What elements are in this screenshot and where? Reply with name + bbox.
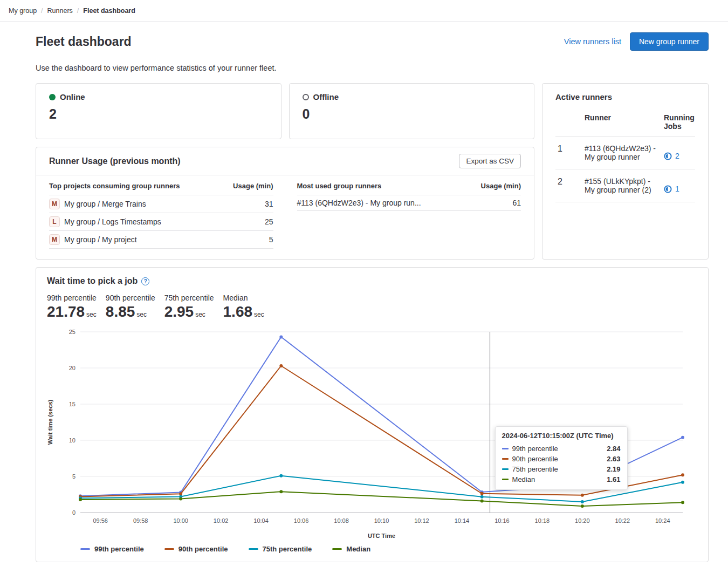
most-used-rows: #113 (6QHdzW2e3) - My group run...61 xyxy=(297,195,521,211)
active-runners-title: Active runners xyxy=(555,92,695,101)
legend-item[interactable]: 75th percentile xyxy=(249,545,312,553)
stat-value: 8.85sec xyxy=(106,303,155,323)
page-header: Fleet dashboard View runners list New gr… xyxy=(36,32,709,51)
legend-item[interactable]: 99th percentile xyxy=(80,545,144,553)
runner-index: 2 xyxy=(555,177,572,187)
dashboard-grid: Online 2 Offline 0 Runner Usage (previou… xyxy=(36,83,709,260)
active-runner-row: 1#113 (6QHdzW2e3) - My group runner2 xyxy=(555,137,695,169)
page-title: Fleet dashboard xyxy=(36,34,132,49)
project-avatar: L xyxy=(49,216,60,227)
stat-label: Median xyxy=(223,294,264,302)
wait-time-title: Wait time to pick a job xyxy=(47,276,138,286)
svg-text:Wait time (secs): Wait time (secs) xyxy=(47,399,53,445)
chart-legend: 99th percentile90th percentile75th perce… xyxy=(80,545,697,553)
series-name: 90th percentile xyxy=(512,455,558,463)
breadcrumb-item-2[interactable]: Runners xyxy=(47,7,73,15)
tooltip-rows: 99th percentile2.8490th percentile2.6375… xyxy=(502,444,621,485)
breadcrumb-item-1[interactable]: My group xyxy=(9,7,37,15)
most-used-runners-table-head: Most used group runners Usage (min) xyxy=(297,175,521,195)
svg-text:25: 25 xyxy=(69,329,75,335)
wait-time-stats: 99th percentile21.78sec90th percentile8.… xyxy=(47,294,697,323)
running-jobs-col-header: Running Jobs xyxy=(664,113,695,131)
svg-text:10:02: 10:02 xyxy=(214,517,229,524)
series-marker xyxy=(502,448,509,449)
stat-label: 90th percentile xyxy=(106,294,155,302)
stat-unit: sec xyxy=(86,311,97,318)
dashboard-left-column: Online 2 Offline 0 Runner Usage (previou… xyxy=(36,83,534,260)
legend-label: Median xyxy=(346,545,370,553)
view-runners-list-link[interactable]: View runners list xyxy=(564,37,621,46)
online-label: Online xyxy=(60,92,85,101)
stat-label: 75th percentile xyxy=(164,294,214,302)
project-name-cell: MMy group / Merge Trains xyxy=(49,199,146,209)
main-content: Fleet dashboard View runners list New gr… xyxy=(0,22,728,566)
running-jobs-count[interactable]: 1 xyxy=(675,185,679,193)
projects-usage-col-header: Usage (min) xyxy=(233,182,273,190)
stat-value: 21.78sec xyxy=(47,303,97,323)
top-projects-table: Top projects consuming group runners Usa… xyxy=(49,175,273,249)
active-runners-rows: 1#113 (6QHdzW2e3) - My group runner22#15… xyxy=(555,137,695,202)
top-projects-col-header: Top projects consuming group runners xyxy=(49,182,180,190)
chart-tooltip: 2024-06-12T10:15:00Z (UTC Time) 99th per… xyxy=(495,426,628,490)
svg-text:20: 20 xyxy=(69,365,75,371)
index-col-header xyxy=(555,113,572,131)
series-value: 2.84 xyxy=(607,445,620,453)
project-usage-row: MMy group / Merge Trains31 xyxy=(49,195,273,213)
project-usage-row: LMy group / Logs Timestamps25 xyxy=(49,213,273,231)
offline-runners-card: Offline 0 xyxy=(289,83,535,139)
stat-unit: sec xyxy=(136,311,147,318)
project-name: My group / Logs Timestamps xyxy=(64,217,161,226)
stat-value: 1.68sec xyxy=(223,303,264,323)
series-value: 2.63 xyxy=(607,455,620,463)
tooltip-title: 2024-06-12T10:15:00Z (UTC Time) xyxy=(502,432,621,440)
running-jobs-count[interactable]: 2 xyxy=(675,152,679,160)
breadcrumb-separator: / xyxy=(41,7,43,15)
legend-marker xyxy=(332,548,342,550)
svg-text:10:08: 10:08 xyxy=(334,517,349,524)
active-runners-card: Active runners Runner Running Jobs 1#113… xyxy=(542,83,709,260)
active-runners-table-head: Runner Running Jobs xyxy=(555,113,695,137)
svg-text:10: 10 xyxy=(69,437,75,444)
series-value: 2.19 xyxy=(607,465,620,473)
runner-name: #113 (6QHdzW2e3) - My group runner xyxy=(578,144,657,161)
offline-label: Offline xyxy=(313,92,339,101)
legend-item[interactable]: Median xyxy=(332,545,370,553)
series-name: 99th percentile xyxy=(512,445,558,453)
series-value: 1.61 xyxy=(607,475,620,483)
new-group-runner-button[interactable]: New group runner xyxy=(630,32,709,51)
project-usage-row: MMy group / My project5 xyxy=(49,231,273,249)
stat-label: 99th percentile xyxy=(47,294,97,302)
svg-text:UTC Time: UTC Time xyxy=(368,533,395,539)
tooltip-row: 90th percentile2.63 xyxy=(502,454,621,464)
legend-label: 90th percentile xyxy=(178,545,228,553)
runner-index: 1 xyxy=(555,144,572,154)
legend-label: 75th percentile xyxy=(263,545,312,553)
most-used-runners-table: Most used group runners Usage (min) #113… xyxy=(297,175,521,249)
running-jobs-cell: 2 xyxy=(664,144,695,160)
active-runner-row: 2#155 (ULkKYpkpt) - My group runner (2)1 xyxy=(555,169,695,202)
legend-item[interactable]: 90th percentile xyxy=(164,545,228,553)
offline-label-row: Offline xyxy=(303,92,521,101)
project-name-cell: LMy group / Logs Timestamps xyxy=(49,216,161,227)
series-marker xyxy=(502,458,509,460)
svg-text:10:24: 10:24 xyxy=(655,517,670,524)
runner-usage-row: #113 (6QHdzW2e3) - My group run...61 xyxy=(297,195,521,211)
top-projects-table-head: Top projects consuming group runners Usa… xyxy=(49,175,273,195)
project-name-cell: MMy group / My project xyxy=(49,234,137,245)
breadcrumb: My group/Runners/Fleet dashboard xyxy=(0,0,728,22)
wait-time-stat: 90th percentile8.85sec xyxy=(106,294,155,323)
svg-text:09:56: 09:56 xyxy=(93,517,108,524)
runner-usage-value: 61 xyxy=(512,199,521,207)
svg-text:10:10: 10:10 xyxy=(374,517,389,524)
online-count: 2 xyxy=(49,106,268,122)
export-csv-button[interactable]: Export as CSV xyxy=(459,154,521,168)
breadcrumb-item-3: Fleet dashboard xyxy=(83,7,135,15)
runner-col-header: Runner xyxy=(578,113,657,131)
online-status-icon xyxy=(49,94,56,100)
project-usage-value: 25 xyxy=(265,217,273,226)
chart-container[interactable]: 051015202509:5609:5810:0010:0210:0410:06… xyxy=(47,326,697,544)
runner-usage-name: #113 (6QHdzW2e3) - My group run... xyxy=(297,199,421,207)
help-question-icon[interactable]: ? xyxy=(141,277,149,285)
legend-marker xyxy=(80,548,90,550)
project-name: My group / Merge Trains xyxy=(64,200,146,208)
